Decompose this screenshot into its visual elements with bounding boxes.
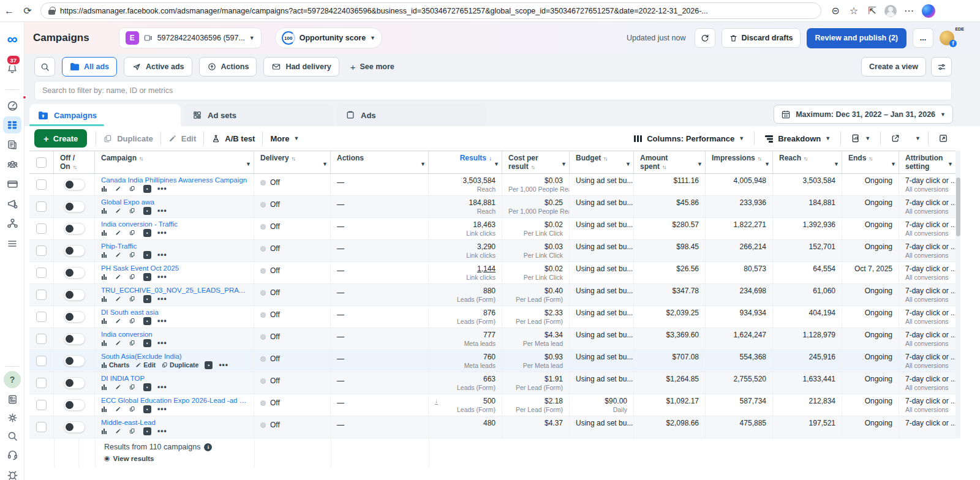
row-action-pin-icon[interactable]: ▪ [143,185,151,193]
row-action-pin-icon[interactable]: ▪ [143,427,151,435]
favorites-bar-icon[interactable]: ⇱ [863,5,881,17]
see-more-filters-button[interactable]: + See more [343,57,402,77]
row-action-pin-icon[interactable]: ▪ [143,405,151,413]
row-action-charts[interactable] [101,340,109,346]
row-action-edit[interactable] [115,252,123,258]
campaign-link[interactable]: India conversion - Traffic [101,220,247,228]
ad-account-selector[interactable]: E 597284224036596 (597... ▼ [119,28,262,48]
row-action-charts[interactable] [101,186,109,192]
browser-refresh-icon[interactable]: ⟳ [18,5,37,17]
row-checkbox[interactable] [36,356,47,366]
search-filter-input[interactable] [34,81,952,100]
sidebar-item-all-tools-icon[interactable] [0,235,24,252]
row-action-edit[interactable]: Edit [135,361,156,369]
create-button[interactable]: + Create [34,129,87,148]
campaign-link[interactable]: DI INDIA TOP [101,375,247,382]
column-header-actions[interactable]: Actions▼ [331,151,429,173]
opportunity-score-button[interactable]: 100 Opportunity score ▼ [275,28,382,48]
row-action-duplicate[interactable] [129,186,137,192]
row-action-pin-icon[interactable]: ▪ [143,273,151,281]
row-checkbox[interactable] [36,223,47,234]
column-header-campaign[interactable]: Campaign↑↓▼ [95,151,254,173]
sidebar-item-pages-icon[interactable] [0,136,24,153]
row-action-charts[interactable] [101,296,109,302]
create-a-view-button[interactable]: Create a view [861,57,926,77]
settings-gear-icon[interactable] [0,409,24,426]
sidebar-item-ads-megaphone-icon[interactable] [0,195,24,212]
row-action-duplicate[interactable] [129,428,137,434]
row-action-duplicate[interactable] [129,274,137,280]
expand-table-button[interactable] [931,129,956,148]
row-action-edit[interactable] [115,208,123,214]
campaign-toggle-off[interactable] [64,201,85,212]
row-action-charts[interactable] [101,252,109,258]
report-bug-icon[interactable] [0,465,24,480]
browser-back-icon[interactable]: ← [0,6,18,17]
review-and-publish-button[interactable]: Review and publish (2) [807,28,907,48]
row-action-pin-icon[interactable]: ▪ [143,229,151,237]
filter-tab-active-ads[interactable]: Active ads [124,57,192,77]
reports-button[interactable]: ▼ [843,129,878,148]
user-avatar[interactable]: EDE f [940,31,954,45]
copilot-icon[interactable] [922,4,935,18]
row-checkbox[interactable] [36,290,47,300]
breakdown-button[interactable]: Breakdown ▼ [757,129,838,148]
campaign-link[interactable]: TRU_ECCHIVE_03_NOV_25_LEADS_PRATI... [101,287,247,294]
campaign-link[interactable]: Canada India Phillipines Awareness Campa… [101,176,247,184]
view-results-link[interactable]: ◉ View results [104,454,154,462]
column-header-results[interactable]: Results↓▼ [429,151,502,173]
zoom-out-icon[interactable]: ⊝ [826,5,845,17]
sidebar-item-billing-icon[interactable] [0,175,24,192]
browser-profile-avatar[interactable] [884,5,897,17]
sidebar-item-notes-icon[interactable] [0,391,24,408]
row-action-charts[interactable] [101,428,109,434]
row-action-more[interactable]: ••• [157,272,167,281]
row-action-edit[interactable] [115,274,123,280]
campaign-link[interactable]: Middle-east-Lead [101,419,247,426]
campaign-toggle-off[interactable] [64,179,85,190]
account-overview-gauge-icon[interactable] [0,97,24,114]
bookmark-star-icon[interactable]: ☆ [845,5,863,17]
row-action-charts[interactable] [101,274,109,280]
browser-more-icon[interactable]: ⋯ [900,5,918,17]
campaign-link[interactable]: Phip-Traffic [101,242,247,250]
row-action-duplicate[interactable] [129,340,137,346]
row-checkbox[interactable] [36,246,47,256]
campaign-toggle-off[interactable] [64,421,85,433]
info-icon[interactable]: i [204,443,212,451]
notifications-bell-icon[interactable]: 37 [0,60,24,77]
support-headset-icon[interactable] [0,446,24,463]
row-action-more[interactable]: ••• [157,228,167,237]
row-action-duplicate[interactable] [129,318,137,324]
row-checkbox[interactable] [36,422,47,432]
sidebar-item-audiences-icon[interactable] [0,156,24,173]
row-action-duplicate[interactable] [129,230,137,236]
discard-drafts-button[interactable]: Discard drafts [722,28,801,48]
row-checkbox[interactable] [36,378,47,388]
vertical-scrollbar-thumb[interactable] [956,178,960,236]
refresh-button[interactable] [695,28,715,48]
row-action-duplicate[interactable] [129,384,137,390]
campaign-toggle-off[interactable] [64,245,85,257]
campaign-link[interactable]: South Asia(Exclude India) [101,353,247,360]
column-header-amount-spent[interactable]: Amount spent↑↓▼ [634,151,706,173]
duplicate-button[interactable]: Duplicate [96,129,160,148]
filter-search-button[interactable] [34,57,55,77]
row-action-pin-icon[interactable]: ▪ [143,317,151,325]
campaign-toggle-off[interactable] [64,377,85,389]
view-settings-sliders-icon[interactable] [931,57,952,77]
filter-tab-actions[interactable]: Actions [199,57,257,77]
column-header-attribution[interactable]: Attribution setting▼ [899,151,956,173]
sidebar-item-campaigns[interactable] [3,116,21,133]
row-action-more[interactable]: ••• [157,405,167,413]
meta-logo[interactable]: ∞ [0,31,24,48]
column-header-ends[interactable]: Ends↑↓▼ [842,151,899,173]
row-action-pin-icon[interactable]: ▪ [143,295,151,303]
column-header-reach[interactable]: Reach↑↓▼ [773,151,842,173]
row-action-edit[interactable] [115,384,123,390]
campaign-toggle-off[interactable] [64,289,85,301]
column-header-off-on[interactable]: Off / On↑↓ [54,151,95,173]
row-action-duplicate[interactable] [129,296,137,302]
sidebar-item-business-structure-icon[interactable] [0,214,24,231]
campaign-toggle-off[interactable] [64,267,85,279]
